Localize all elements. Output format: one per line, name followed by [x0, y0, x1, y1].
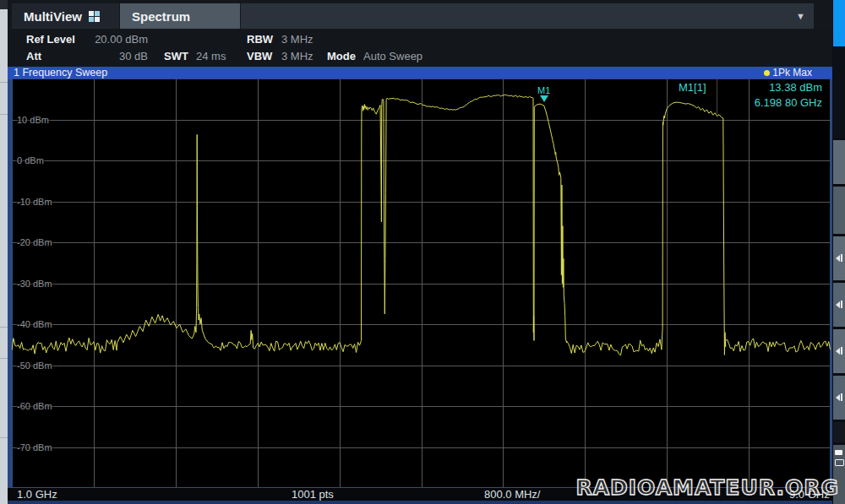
sidebar-tile-4[interactable] — [833, 187, 845, 234]
sidebar-tile-8[interactable] — [833, 376, 845, 420]
swt-label: SWT — [164, 50, 188, 62]
marker-readout-level: 13.38 dBm — [769, 81, 822, 94]
marker-m1-triangle-icon — [540, 95, 548, 102]
marker-m1-label: M1 — [536, 85, 553, 95]
y-axis-label: 10 dBm — [17, 115, 49, 125]
marker-readout-name[interactable]: M1[1] — [679, 81, 706, 94]
sidebar-tile-6[interactable] — [833, 283, 845, 327]
trace-indicator[interactable]: 1Pk Max — [764, 67, 812, 79]
rbw-field[interactable]: RBW — [247, 33, 273, 46]
channel-settings-header: Ref Level 20.00 dBm RBW 3 MHz Att 30 dB … — [8, 30, 832, 67]
left-strip-divider — [0, 327, 8, 328]
spectrum-analyzer-screen: MultiView Spectrum ▼ Ref Level 20.00 dBm… — [0, 0, 845, 504]
att-field[interactable]: Att — [26, 50, 41, 62]
graticule-and-trace — [12, 79, 831, 488]
sidebar-tile-3[interactable] — [833, 140, 845, 184]
marker-m1[interactable]: M1 — [536, 85, 553, 102]
vbw-label: VBW — [247, 50, 272, 62]
span-per-division[interactable]: 800.0 MHz/ — [484, 488, 540, 501]
result-window-titlebar: 1 Frequency Sweep 1Pk Max — [8, 67, 832, 79]
tab-dropdown-icon[interactable]: ▼ — [796, 11, 805, 21]
y-axis-label: -40 dBm — [17, 319, 52, 329]
rbw-label: RBW — [247, 33, 273, 46]
marker-readout-freq: 6.198 80 GHz — [755, 96, 822, 109]
sidebar-tile-2[interactable] — [833, 48, 845, 138]
y-axis-label: 0 dBm — [17, 155, 44, 165]
sidebar-tile-1[interactable] — [833, 0, 845, 46]
ref-level-label: Ref Level — [26, 33, 75, 46]
collapse-arrow-icon — [836, 347, 842, 355]
sidebar-tile-7[interactable] — [833, 329, 845, 373]
right-sidebar — [832, 0, 845, 504]
y-axis-label: -30 dBm — [17, 279, 52, 289]
spectrum-trace — [12, 95, 831, 355]
vbw-field[interactable]: VBW — [247, 50, 272, 62]
left-strip-divider — [0, 114, 8, 115]
window-title: 1 Frequency Sweep — [14, 67, 107, 79]
sweep-points[interactable]: 1001 pts — [292, 488, 334, 501]
y-axis-label: -60 dBm — [17, 401, 52, 411]
att-label: Att — [26, 50, 41, 62]
left-strip-notch — [0, 0, 8, 9]
y-axis-label: -70 dBm — [17, 442, 52, 453]
sidebar-tile-5[interactable] — [833, 236, 845, 280]
vbw-value[interactable]: 3 MHz — [281, 50, 313, 62]
left-edge-strip — [0, 0, 8, 504]
tab-bar-filler: ▼ — [241, 3, 814, 29]
y-axis-label: -10 dBm — [17, 197, 52, 207]
multiview-grid-icon — [89, 11, 100, 22]
display-outline-icon — [835, 459, 844, 466]
ref-level-field[interactable]: Ref Level — [26, 33, 75, 46]
trace-indicator-label: 1Pk Max — [772, 67, 812, 79]
tab-spectrum[interactable]: Spectrum — [120, 3, 240, 29]
rbw-value[interactable]: 3 MHz — [281, 33, 313, 46]
swt-value[interactable]: 24 ms — [196, 50, 226, 62]
collapse-arrow-icon — [836, 393, 842, 401]
left-strip-divider — [0, 82, 8, 83]
tab-multiview-label: MultiView — [24, 9, 82, 24]
tab-spectrum-label: Spectrum — [132, 9, 190, 24]
y-axis-label: -50 dBm — [17, 360, 52, 371]
mode-label: Mode — [327, 50, 356, 62]
display-icon — [835, 450, 842, 455]
att-value[interactable]: 30 dB — [89, 50, 148, 62]
window-frame-bottom — [8, 501, 832, 504]
y-axis-label: -20 dBm — [17, 237, 52, 247]
left-strip-divider — [0, 358, 8, 359]
trace-color-dot — [764, 70, 770, 76]
collapse-arrow-icon — [836, 254, 842, 262]
watermark: RADIOAMATEUR.ORG — [575, 475, 839, 500]
start-frequency[interactable]: 1.0 GHz — [17, 488, 57, 501]
mode-value[interactable]: Auto Sweep — [363, 50, 422, 62]
tab-multiview[interactable]: MultiView — [12, 3, 119, 29]
left-strip-divider — [0, 437, 8, 438]
mode-field[interactable]: Mode — [327, 50, 356, 62]
channel-tab-bar: MultiView Spectrum ▼ — [8, 0, 832, 30]
ref-level-value[interactable]: 20.00 dBm — [89, 33, 148, 46]
swt-field[interactable]: SWT — [164, 50, 188, 62]
sidebar-tile-9[interactable] — [833, 422, 845, 442]
spectrum-diagram[interactable]: 10 dBm0 dBm-10 dBm-20 dBm-30 dBm-40 dBm-… — [12, 79, 831, 488]
collapse-arrow-icon — [836, 301, 842, 308]
